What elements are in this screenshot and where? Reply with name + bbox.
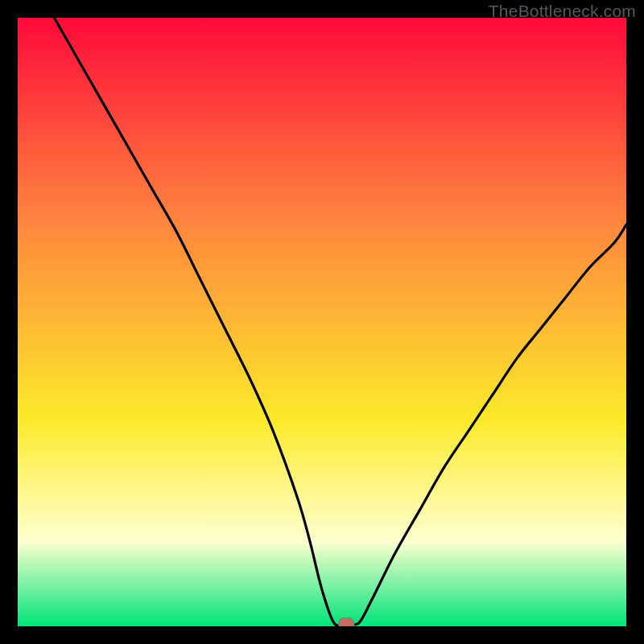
chart-container: TheBottleneck.com [0, 0, 644, 644]
optimal-marker [339, 618, 354, 626]
bottleneck-chart [18, 18, 626, 626]
gradient-background [18, 18, 626, 626]
